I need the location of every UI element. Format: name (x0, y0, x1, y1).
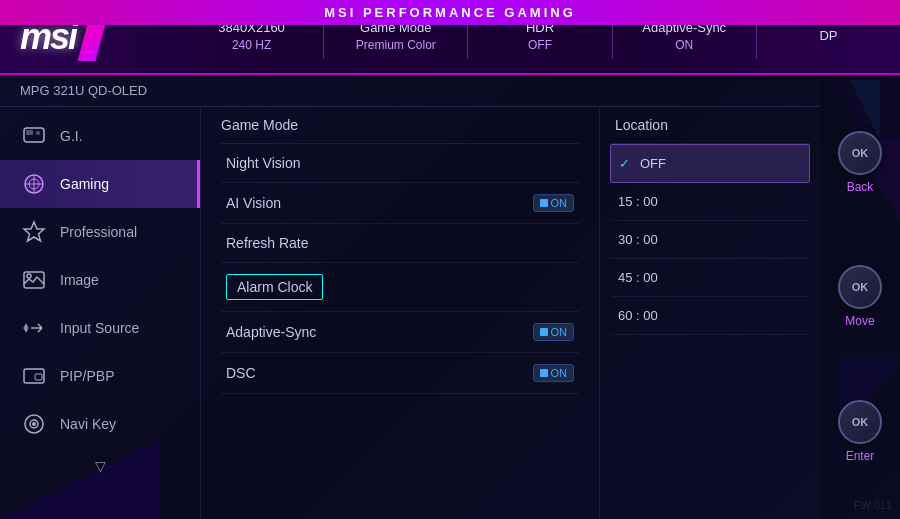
adaptive-sync-toggle[interactable]: ON (533, 323, 575, 341)
content-row: G.I. Gaming (0, 107, 820, 519)
enter-control[interactable]: OK Enter (838, 400, 882, 463)
location-item-60[interactable]: 60 : 00 (610, 297, 810, 335)
navi-key-label: Navi Key (60, 416, 116, 432)
right-panel: Location ✓ OFF 15 : 00 30 : 00 45 : 00 6… (600, 107, 820, 519)
adaptive-sync-label: Adaptive-Sync (226, 324, 518, 340)
sidebar: G.I. Gaming (0, 107, 200, 519)
main-content: MPG 321U QD-OLED G.I. (0, 75, 820, 519)
location-item-15[interactable]: 15 : 00 (610, 183, 810, 221)
professional-label: Professional (60, 224, 137, 240)
back-button[interactable]: OK (838, 131, 882, 175)
sidebar-item-input-source[interactable]: Input Source (0, 304, 200, 352)
move-button[interactable]: OK (838, 265, 882, 309)
toggle-dot-3 (540, 369, 548, 377)
menu-item-adaptive-sync[interactable]: Adaptive-Sync ON (221, 312, 579, 353)
middle-panel: Game Mode Night Vision AI Vision ON Refr… (200, 107, 600, 519)
menu-item-refresh-rate[interactable]: Refresh Rate (221, 224, 579, 263)
svg-marker-7 (24, 222, 44, 241)
model-label: MPG 321U QD-OLED (0, 75, 820, 107)
refresh-rate-label: Refresh Rate (226, 235, 574, 251)
location-15-label: 15 : 00 (618, 194, 658, 209)
move-control[interactable]: OK Move (838, 265, 882, 328)
dsc-toggle[interactable]: ON (533, 364, 575, 382)
check-icon: ✓ (619, 156, 630, 171)
location-item-off[interactable]: ✓ OFF (610, 144, 810, 183)
gaming-icon (20, 170, 48, 198)
sidebar-arrow: ▽ (0, 448, 200, 484)
navi-key-icon (20, 410, 48, 438)
professional-icon (20, 218, 48, 246)
gi-icon (20, 122, 48, 150)
back-label: Back (847, 180, 874, 194)
toggle-dot-2 (540, 328, 548, 336)
location-item-45[interactable]: 45 : 00 (610, 259, 810, 297)
svg-point-9 (27, 274, 31, 278)
svg-point-15 (32, 422, 36, 426)
sidebar-item-navi-key[interactable]: Navi Key (0, 400, 200, 448)
svg-rect-12 (35, 374, 42, 380)
menu-item-night-vision[interactable]: Night Vision (221, 144, 579, 183)
gaming-label: Gaming (60, 176, 109, 192)
back-control[interactable]: OK Back (838, 131, 882, 194)
enter-label: Enter (846, 449, 875, 463)
menu-item-ai-vision[interactable]: AI Vision ON (221, 183, 579, 224)
right-panel-header: Location (610, 107, 810, 144)
svg-rect-11 (24, 369, 44, 383)
input-source-icon (20, 314, 48, 342)
sidebar-item-gi[interactable]: G.I. (0, 112, 200, 160)
location-item-30[interactable]: 30 : 00 (610, 221, 810, 259)
enter-button[interactable]: OK (838, 400, 882, 444)
pip-pbp-label: PIP/PBP (60, 368, 114, 384)
sidebar-item-image[interactable]: Image (0, 256, 200, 304)
menu-item-alarm-clock[interactable]: Alarm Clock (221, 263, 579, 312)
location-30-label: 30 : 00 (618, 232, 658, 247)
svg-rect-1 (26, 130, 33, 135)
sidebar-item-gaming[interactable]: Gaming (0, 160, 200, 208)
sidebar-item-professional[interactable]: Professional (0, 208, 200, 256)
location-off-label: OFF (640, 156, 666, 171)
alarm-clock-wrap: Alarm Clock (226, 274, 323, 300)
gi-label: G.I. (60, 128, 83, 144)
pip-pbp-icon (20, 362, 48, 390)
location-45-label: 45 : 00 (618, 270, 658, 285)
alarm-clock-label: Alarm Clock (237, 279, 312, 295)
top-nav-dp[interactable]: DP (757, 22, 900, 50)
svg-point-2 (36, 131, 40, 135)
banner-text: MSI PERFORMANCE GAMING (324, 5, 576, 20)
location-60-label: 60 : 00 (618, 308, 658, 323)
toggle-dot (540, 199, 548, 207)
night-vision-label: Night Vision (226, 155, 574, 171)
move-label: Move (845, 314, 874, 328)
top-banner: MSI PERFORMANCE GAMING (0, 0, 900, 25)
controls-panel: OK Back OK Move OK Enter (820, 75, 900, 519)
menu-item-dsc[interactable]: DSC ON (221, 353, 579, 394)
image-icon (20, 266, 48, 294)
image-label: Image (60, 272, 99, 288)
dsc-label: DSC (226, 365, 518, 381)
input-source-label: Input Source (60, 320, 139, 336)
middle-panel-header: Game Mode (221, 107, 579, 144)
sidebar-item-pip-pbp[interactable]: PIP/PBP (0, 352, 200, 400)
ai-vision-toggle[interactable]: ON (533, 194, 575, 212)
ai-vision-label: AI Vision (226, 195, 518, 211)
